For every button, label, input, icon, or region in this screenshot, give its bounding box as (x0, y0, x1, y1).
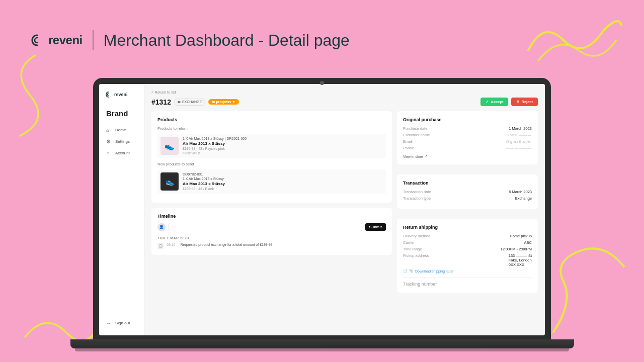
purchase-date-row: Purchase date 1 March 2023 (403, 126, 532, 131)
customer-name-row: Customer name Jane ——— (403, 133, 532, 137)
reject-button[interactable]: ✕ Reject (511, 98, 538, 106)
page-header: reveni Merchant Dashboard - Detail page (30, 30, 350, 50)
brand-label: Brand (99, 106, 144, 125)
transaction-date-label: Transaction date (403, 190, 431, 194)
header-divider (93, 30, 94, 50)
return-shipping-title: Return shipping (403, 225, 532, 230)
products-card: Products Products to return 👟 1 X Air Ma… (151, 111, 392, 203)
transaction-date-row: Transaction date 5 March 2023 (403, 190, 532, 194)
nav-item-settings[interactable]: ⚙ Settings (103, 136, 140, 147)
email-value: ———@gmail.com (493, 139, 532, 144)
purchase-date-value: 1 March 2023 (509, 126, 532, 131)
return-section-label: Products to return (157, 126, 386, 131)
transaction-card: Transaction Transaction date 5 March 202… (397, 174, 538, 209)
timeline-event-icon: 📋 (157, 243, 164, 249)
return-product-image: 👟 (160, 137, 179, 155)
new-product-info: DO9782-001 1 X Air Max 2013 x Stüssy Air… (183, 172, 383, 191)
sidebar-logo-text: reveni (114, 92, 128, 97)
original-purchase-card: Original purchase Purchase date 1 March … (397, 111, 538, 164)
phone-value: —————— (506, 146, 532, 150)
timeline-input[interactable] (169, 223, 362, 231)
laptop-base-shadow (75, 348, 570, 351)
address-line3: 0XX XXX (509, 262, 524, 267)
transaction-type-value: Exchange (515, 196, 532, 201)
nav-settings-label: Settings (115, 139, 130, 144)
return-product-color: 43 / Psychic pink (198, 147, 225, 150)
nav-item-account[interactable]: ○ Account (103, 148, 140, 158)
nav-signout-label: Sign out (115, 321, 130, 325)
carrier-label: Carrier (403, 240, 415, 245)
address-line1: 133 ——— St (509, 253, 532, 258)
email-row: Email ———@gmail.com (403, 139, 532, 144)
detail-header: #1312 ⇄ EXCHANGE In progress ▼ ✓ Accept (151, 98, 538, 106)
detail-header-left: #1312 ⇄ EXCHANGE In progress ▼ (151, 98, 239, 106)
accept-icon: ✓ (486, 100, 489, 104)
download-shipping-label-link[interactable]: 📄 📎 Download shipping label (403, 269, 532, 273)
accept-button[interactable]: ✓ Accept (480, 98, 508, 106)
new-product-color: 43 / Black (198, 187, 214, 191)
new-product-meta: £199.98 · 43 / Black (183, 187, 383, 191)
carrier-value: ABC (524, 240, 532, 245)
page-title: Merchant Dashboard - Detail page (104, 31, 350, 50)
pickup-address-value: 133 ——— St Fake, London 0XX XXX (509, 253, 532, 267)
exchange-label: EXCHANGE (182, 100, 202, 104)
view-in-store-label: View in store (403, 155, 423, 158)
download-icon2: 📎 (409, 269, 414, 273)
transaction-type-label: Transaction type (403, 196, 431, 201)
return-product-name: Air Max 2013 x Stüssy (183, 141, 383, 146)
signout-item[interactable]: → Sign out (103, 318, 140, 328)
return-product-qty-sku: 1 X Air Max 2013 x Stüssy | DR2601-600 (183, 137, 383, 140)
view-in-store-link[interactable]: View in store ↗ (403, 154, 532, 158)
exchange-badge: ⇄ EXCHANGE (174, 99, 205, 106)
return-product-price: £195.98 (183, 147, 195, 150)
right-column: Original purchase Purchase date 1 March … (397, 111, 538, 298)
customer-name-label: Customer name (403, 133, 430, 137)
logo-area: reveni (30, 33, 83, 47)
new-product-qty: 1 X Air Max 2013 x Stüssy (183, 177, 383, 180)
order-id: #1312 (151, 98, 171, 106)
dashboard: reveni Brand ⌂ Home ⚙ Settings (99, 84, 545, 335)
reject-label: Reject (521, 100, 533, 104)
return-shipping-card: Return shipping Delivery method Home pic… (397, 219, 538, 293)
logo-text: reveni (48, 33, 83, 47)
purchase-date-label: Purchase date (403, 126, 427, 131)
transaction-title: Transaction (403, 180, 532, 186)
nav-item-signout[interactable]: → Sign out (99, 318, 144, 328)
customer-name-value: Jane ——— (507, 133, 532, 137)
delivery-method-row: Delivery method Home pickup (403, 234, 532, 238)
timeline-section: Timeline 👤 Submit THU 1 MAR 2023 📋 09:15 (151, 208, 392, 255)
columns-row: Products Products to return 👟 1 X Air Ma… (151, 111, 538, 298)
reveni-logo-icon (30, 33, 44, 47)
timeline-date-label: THU 1 MAR 2023 (157, 236, 386, 240)
new-product-name: Air Max 2013 x Stüssy (183, 182, 383, 186)
email-label: Email (403, 139, 413, 144)
timeline-event-text: Requested product exchange for a total a… (181, 243, 273, 246)
accept-label: Accept (491, 100, 503, 104)
timeline-event: 📋 09:15 Requested product exchange for a… (157, 243, 386, 249)
shipping-divider (403, 277, 532, 278)
status-badge[interactable]: In progress ▼ (208, 99, 239, 105)
new-product-price: £199.98 (183, 187, 195, 191)
home-icon: ⌂ (106, 127, 112, 133)
action-buttons: ✓ Accept ✕ Reject (480, 98, 538, 106)
tracking-number-label: Tracking number (403, 282, 532, 287)
products-card-title: Products (157, 117, 386, 122)
left-column: Products Products to return 👟 1 X Air Ma… (151, 111, 392, 298)
phone-label: Phone (403, 146, 414, 150)
carrier-row: Carrier ABC (403, 240, 532, 245)
new-product-image: 👟 (160, 172, 179, 191)
submit-button[interactable]: Submit (365, 223, 386, 231)
nav-item-home[interactable]: ⌂ Home (103, 125, 140, 135)
transaction-date-value: 5 March 2023 (509, 190, 532, 194)
sidebar: reveni Brand ⌂ Home ⚙ Settings (99, 84, 144, 335)
nav-items: ⌂ Home ⚙ Settings ○ Account (99, 125, 144, 158)
pickup-address-row: Pickup address 133 ——— St Fake, London 0… (403, 253, 532, 267)
download-icon: 📄 (403, 269, 408, 273)
pickup-address-label: Pickup address (403, 253, 429, 267)
time-range-value: 12:00PM - 2:00PM (500, 247, 532, 251)
new-section-label: New products to send (157, 162, 386, 166)
new-product-item: 👟 DO9782-001 1 X Air Max 2013 x Stüssy A… (157, 169, 386, 194)
settings-icon: ⚙ (106, 139, 112, 144)
timeline-input-row: 👤 Submit (157, 223, 386, 231)
back-link[interactable]: < Return to list (151, 90, 538, 95)
